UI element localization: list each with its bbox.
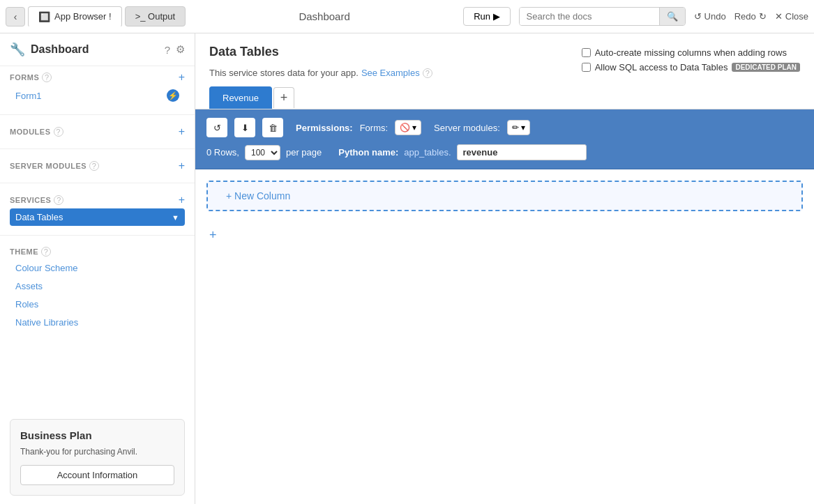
server-modules-help-icon: ? xyxy=(89,161,99,171)
roles-label: Roles xyxy=(15,299,38,310)
run-button[interactable]: Run ▶ xyxy=(463,7,510,26)
server-modules-section-title: SERVER MODULES ? xyxy=(10,161,99,171)
assets-label: Assets xyxy=(15,281,43,291)
form1-badge-icon: ⚡ xyxy=(167,89,179,102)
revenue-tab[interactable]: Revenue xyxy=(209,86,272,109)
app-browser-tab[interactable]: 🔲 App Browser ! xyxy=(28,6,122,27)
account-information-button[interactable]: Account Information xyxy=(20,465,174,485)
services-help-icon: ? xyxy=(54,195,63,205)
download-button[interactable]: ⬇ xyxy=(234,118,255,137)
content-body: + New Column + xyxy=(195,169,814,504)
app-browser-icon: 🔲 xyxy=(38,11,50,22)
sidebar-item-native-libraries[interactable]: Native Libraries xyxy=(10,314,185,331)
forms-perm-chevron: ▾ xyxy=(412,123,416,132)
search-button[interactable]: 🔍 xyxy=(659,8,685,25)
colour-scheme-label: Colour Scheme xyxy=(15,263,78,273)
server-modules-section: SERVER MODULES ? + xyxy=(0,155,195,177)
run-label: Run ▶ xyxy=(474,11,499,22)
content-header: Data Tables This service stores data for… xyxy=(195,33,814,109)
permissions-label: Permissions: xyxy=(296,123,353,133)
modules-help-icon: ? xyxy=(54,127,63,137)
sidebar-help-button[interactable]: ? xyxy=(165,43,170,56)
table-toolbar: ↺ ⬇ 🗑 Permissions: Forms: 🚫 ▾ Server mod… xyxy=(206,118,803,137)
delete-button[interactable]: 🗑 xyxy=(262,118,283,137)
server-modules-permission-select[interactable]: ✏ ▾ xyxy=(507,120,530,135)
rows-per-page-select[interactable]: 100 50 25 xyxy=(245,145,280,160)
sidebar-logo-icon: 🔧 xyxy=(10,42,25,57)
forms-section-title: FORMS ? xyxy=(10,72,52,82)
forms-permission-select[interactable]: 🚫 ▾ xyxy=(395,120,421,135)
undo-icon: ↺ xyxy=(694,11,702,22)
auto-create-label: Auto-create missing columns when adding … xyxy=(595,47,787,58)
see-examples-link[interactable]: See Examples xyxy=(361,68,420,78)
app-browser-tab-label: App Browser ! xyxy=(54,11,112,22)
business-plan-title: Business Plan xyxy=(20,429,174,441)
auto-create-row: Auto-create missing columns when adding … xyxy=(582,47,800,58)
add-row-icon: + xyxy=(209,228,217,243)
close-icon: ✕ xyxy=(775,11,783,22)
services-section-title: SERVICES ? xyxy=(10,195,63,205)
close-label: Close xyxy=(785,11,808,22)
modules-section-header: MODULES ? + xyxy=(10,126,185,137)
services-section: SERVICES ? + Data Tables ▼ xyxy=(0,189,195,229)
forms-perm-label: Forms: xyxy=(360,123,388,133)
tabs-row: Revenue + xyxy=(209,86,800,109)
forms-perm-icon: 🚫 xyxy=(400,123,410,132)
sidebar-header-icons: ? ⚙ xyxy=(165,43,185,56)
sidebar-settings-button[interactable]: ⚙ xyxy=(176,43,185,56)
modules-add-button[interactable]: + xyxy=(179,126,185,137)
search-input[interactable] xyxy=(520,8,659,25)
back-button[interactable]: ‹ xyxy=(6,7,25,26)
page-title: Dashboard xyxy=(188,10,460,22)
modules-section: MODULES ? + xyxy=(0,121,195,143)
server-modules-perm-chevron: ▾ xyxy=(521,123,525,132)
sidebar: 🔧 Dashboard ? ⚙ FORMS ? + Form1 ⚡ xyxy=(0,33,195,504)
forms-help-icon: ? xyxy=(42,72,52,82)
dedicated-plan-badge: DEDICATED PLAN xyxy=(732,63,800,72)
output-tab-label: >_ Output xyxy=(135,11,175,22)
add-tab-button[interactable]: + xyxy=(273,87,294,108)
server-modules-section-header: SERVER MODULES ? + xyxy=(10,160,185,171)
server-modules-add-button[interactable]: + xyxy=(179,160,185,171)
theme-section-title: THEME ? xyxy=(10,247,51,257)
allow-sql-checkbox[interactable] xyxy=(582,63,591,72)
business-plan-description: Thank-you for purchasing Anvil. xyxy=(20,447,174,457)
modules-section-title: MODULES ? xyxy=(10,127,63,137)
add-row-button[interactable]: + xyxy=(206,225,220,245)
theme-section: THEME ? Colour Scheme Assets Roles Nativ… xyxy=(0,241,195,335)
forms-add-button[interactable]: + xyxy=(179,72,185,83)
close-button[interactable]: ✕ Close xyxy=(775,11,808,22)
sidebar-title: Dashboard xyxy=(31,43,159,56)
services-section-header: SERVICES ? + xyxy=(10,194,185,206)
new-column-button[interactable]: + New Column xyxy=(206,181,803,211)
services-add-button[interactable]: + xyxy=(179,194,185,206)
auto-create-checkbox[interactable] xyxy=(582,48,591,57)
redo-button[interactable]: Redo ↻ xyxy=(734,11,767,22)
undo-label: Undo xyxy=(704,11,726,22)
forms-section: FORMS ? + Form1 ⚡ xyxy=(0,66,195,109)
sidebar-item-form1[interactable]: Form1 ⚡ xyxy=(10,86,185,105)
sidebar-item-roles[interactable]: Roles xyxy=(10,296,185,313)
theme-help-icon: ? xyxy=(41,247,51,257)
sidebar-item-data-tables[interactable]: Data Tables ▼ xyxy=(10,208,185,226)
native-libraries-label: Native Libraries xyxy=(15,317,78,328)
content-area: Data Tables This service stores data for… xyxy=(195,33,814,504)
table-toolbar-area: ↺ ⬇ 🗑 Permissions: Forms: 🚫 ▾ Server mod… xyxy=(195,109,814,169)
new-column-area: + New Column xyxy=(195,169,814,222)
output-tab[interactable]: >_ Output xyxy=(125,6,186,26)
sidebar-item-colour-scheme[interactable]: Colour Scheme xyxy=(10,259,185,277)
refresh-button[interactable]: ↺ xyxy=(206,118,227,137)
server-modules-perm-icon: ✏ xyxy=(512,123,519,132)
sidebar-header: 🔧 Dashboard ? ⚙ xyxy=(0,33,195,66)
sidebar-item-assets[interactable]: Assets xyxy=(10,277,185,295)
search-bar: 🔍 xyxy=(519,7,686,26)
form1-label: Form1 xyxy=(15,91,42,101)
data-tables-chevron-icon: ▼ xyxy=(172,213,179,222)
allow-sql-row: Allow SQL access to Data Tables DEDICATE… xyxy=(582,62,800,72)
content-description: This service stores data for your app. S… xyxy=(209,68,432,78)
theme-section-header: THEME ? xyxy=(10,247,185,257)
description-help-icon: ? xyxy=(423,68,432,78)
allow-sql-label: Allow SQL access to Data Tables xyxy=(595,62,728,72)
python-name-input[interactable] xyxy=(457,144,587,160)
undo-button[interactable]: ↺ Undo xyxy=(694,11,726,22)
